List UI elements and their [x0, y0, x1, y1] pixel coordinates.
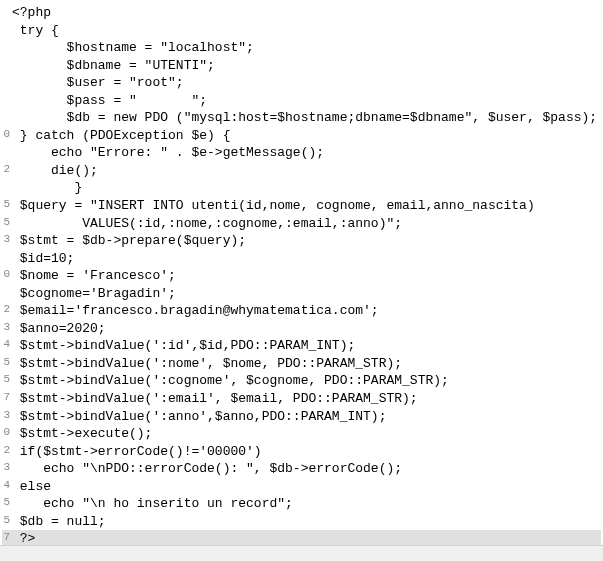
line-gutter — [2, 22, 10, 40]
code-text: $stmt->bindValue(':cognome', $cognome, P… — [10, 372, 449, 390]
code-line: <?php — [2, 4, 601, 22]
line-gutter: 5 — [2, 495, 10, 513]
code-text: $stmt->bindValue(':anno',$anno,PDO::PARA… — [10, 408, 386, 426]
line-gutter: 5 — [2, 197, 10, 215]
line-gutter — [2, 250, 10, 268]
code-text: die(); — [10, 162, 98, 180]
line-gutter: 0 — [2, 267, 10, 285]
code-text: else — [10, 478, 51, 496]
line-gutter: 3 — [2, 460, 10, 478]
line-gutter — [2, 4, 10, 22]
line-gutter — [2, 144, 10, 162]
code-text: $email='francesco.bragadin@whymatematica… — [10, 302, 379, 320]
code-text: $stmt = $db->prepare($query); — [10, 232, 246, 250]
line-gutter — [2, 109, 10, 127]
horizontal-scrollbar[interactable] — [0, 545, 603, 561]
code-line: 4 $stmt->bindValue(':id',$id,PDO::PARAM_… — [2, 337, 601, 355]
line-gutter: 3 — [2, 408, 10, 426]
code-text: echo "\nPDO::errorCode(): ", $db->errorC… — [10, 460, 402, 478]
code-text: $query = "INSERT INTO utenti(id,nome, co… — [10, 197, 535, 215]
code-text: echo "Errore: " . $e->getMessage(); — [10, 144, 324, 162]
code-text: $stmt->bindValue(':nome', $nome, PDO::PA… — [10, 355, 402, 373]
code-line: 5 $query = "INSERT INTO utenti(id,nome, … — [2, 197, 601, 215]
code-line: $dbname = "UTENTI"; — [2, 57, 601, 75]
code-text: echo "\n ho inserito un record"; — [10, 495, 293, 513]
code-text: $nome = 'Francesco'; — [10, 267, 176, 285]
code-line: 0 } catch (PDOException $e) { — [2, 127, 601, 145]
code-text: $user = "root"; — [10, 74, 184, 92]
line-gutter: 2 — [2, 302, 10, 320]
code-line: 2 die(); — [2, 162, 601, 180]
code-line: $hostname = "localhost"; — [2, 39, 601, 57]
line-gutter: 0 — [2, 127, 10, 145]
code-text: VALUES(:id,:nome,:cognome,:email,:anno)"… — [10, 215, 402, 233]
code-line: 5 $stmt->bindValue(':cognome', $cognome,… — [2, 372, 601, 390]
code-text: $db = null; — [10, 513, 106, 531]
code-text: $stmt->bindValue(':id',$id,PDO::PARAM_IN… — [10, 337, 355, 355]
line-gutter: 7 — [2, 390, 10, 408]
line-gutter — [2, 92, 10, 110]
line-gutter: 5 — [2, 215, 10, 233]
line-gutter: 4 — [2, 337, 10, 355]
line-gutter: 3 — [2, 320, 10, 338]
line-gutter: 5 — [2, 355, 10, 373]
code-text: $db = new PDO ("mysql:host=$hostname;dbn… — [10, 109, 597, 127]
code-line: $pass = " "; — [2, 92, 601, 110]
code-line: 3 $anno=2020; — [2, 320, 601, 338]
line-gutter: 4 — [2, 478, 10, 496]
code-line: 5 $stmt->bindValue(':nome', $nome, PDO::… — [2, 355, 601, 373]
code-line: $id=10; — [2, 250, 601, 268]
code-line: try { — [2, 22, 601, 40]
code-line: 2 $email='francesco.bragadin@whymatemati… — [2, 302, 601, 320]
code-text: $stmt->execute(); — [10, 425, 152, 443]
line-gutter: 2 — [2, 443, 10, 461]
line-gutter — [2, 39, 10, 57]
code-text: $stmt->bindValue(':email', $email, PDO::… — [10, 390, 418, 408]
code-line: 3 $stmt->bindValue(':anno',$anno,PDO::PA… — [2, 408, 601, 426]
line-gutter: 5 — [2, 513, 10, 531]
line-gutter: 5 — [2, 372, 10, 390]
code-line: echo "Errore: " . $e->getMessage(); — [2, 144, 601, 162]
code-text: $dbname = "UTENTI"; — [10, 57, 215, 75]
code-editor: <?php try { $hostname = "localhost"; $db… — [0, 0, 603, 552]
line-gutter: 2 — [2, 162, 10, 180]
code-text: } — [10, 179, 82, 197]
code-line: 7 $stmt->bindValue(':email', $email, PDO… — [2, 390, 601, 408]
code-line: 2 if($stmt->errorCode()!='00000') — [2, 443, 601, 461]
line-gutter — [2, 285, 10, 303]
code-text: $cognome='Bragadin'; — [10, 285, 176, 303]
code-line: $db = new PDO ("mysql:host=$hostname;dbn… — [2, 109, 601, 127]
line-gutter: 3 — [2, 232, 10, 250]
code-line: } — [2, 179, 601, 197]
code-text: $id=10; — [10, 250, 74, 268]
line-gutter — [2, 57, 10, 75]
code-line: 3 echo "\nPDO::errorCode(): ", $db->erro… — [2, 460, 601, 478]
code-line: 5 echo "\n ho inserito un record"; — [2, 495, 601, 513]
line-gutter — [2, 74, 10, 92]
code-text: try { — [10, 22, 59, 40]
code-line: 0 $nome = 'Francesco'; — [2, 267, 601, 285]
code-text: $anno=2020; — [10, 320, 106, 338]
line-gutter: 0 — [2, 425, 10, 443]
code-text: $pass = " "; — [10, 92, 207, 110]
code-line: 4 else — [2, 478, 601, 496]
code-line: $user = "root"; — [2, 74, 601, 92]
code-line: $cognome='Bragadin'; — [2, 285, 601, 303]
line-gutter — [2, 179, 10, 197]
code-line: 3 $stmt = $db->prepare($query); — [2, 232, 601, 250]
code-text: <?php — [10, 4, 51, 22]
code-line: 0 $stmt->execute(); — [2, 425, 601, 443]
code-text: } catch (PDOException $e) { — [10, 127, 230, 145]
code-line: 5 $db = null; — [2, 513, 601, 531]
code-text: if($stmt->errorCode()!='00000') — [10, 443, 262, 461]
code-text: $hostname = "localhost"; — [10, 39, 254, 57]
code-line: 5 VALUES(:id,:nome,:cognome,:email,:anno… — [2, 215, 601, 233]
